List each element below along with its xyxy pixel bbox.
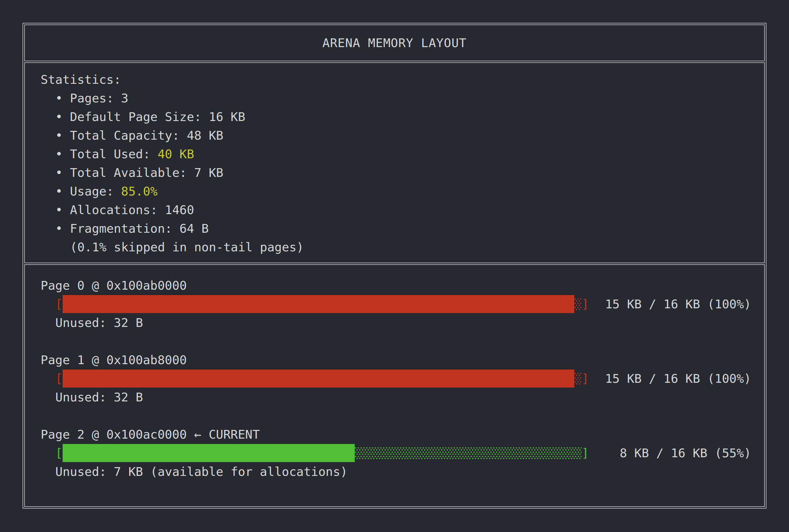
page-section-2: Page 2 @ 0x100ac0000 ← CURRENT [] 8 KB /… bbox=[41, 425, 751, 481]
page-header: Page 0 @ 0x100ab0000 bbox=[41, 276, 751, 295]
stat-line-allocations: • Allocations: 1460 bbox=[41, 201, 751, 219]
pages-panel: Page 0 @ 0x100ab0000 [] 15 KB / 16 KB (1… bbox=[24, 264, 765, 507]
bar-usage-label: 15 KB / 16 KB (100%) bbox=[605, 297, 751, 311]
terminal-screen: { "title": "ARENA MEMORY LAYOUT", "ui": … bbox=[0, 0, 789, 532]
page-section-0: Page 0 @ 0x100ab0000 [] 15 KB / 16 KB (1… bbox=[41, 276, 751, 332]
stat-label: • Usage: bbox=[55, 184, 121, 198]
bar-free-segment bbox=[574, 372, 582, 385]
memory-bar-row: [] 8 KB / 16 KB (55%) bbox=[41, 444, 751, 462]
memory-bar bbox=[63, 295, 582, 313]
title-panel: ARENA MEMORY LAYOUT bbox=[24, 24, 765, 61]
statistics-heading: Statistics: bbox=[41, 70, 751, 89]
stat-value-highlight: 85.0% bbox=[121, 184, 157, 198]
stat-value-highlight: 40 KB bbox=[157, 147, 194, 161]
stat-line-total-available: • Total Available: 7 KB bbox=[41, 163, 751, 182]
memory-bar bbox=[63, 369, 582, 387]
page-title: ARENA MEMORY LAYOUT bbox=[322, 36, 467, 50]
arena-layout-frame: ARENA MEMORY LAYOUT Statistics: • Pages:… bbox=[23, 23, 766, 509]
bar-open-bracket: [ bbox=[55, 297, 63, 311]
statistics-panel: Statistics: • Pages: 3 • Default Page Si… bbox=[24, 62, 765, 263]
bar-open-bracket: [ bbox=[55, 372, 63, 386]
bar-close-bracket: ] bbox=[582, 297, 589, 311]
stat-label: • Total Used: bbox=[55, 147, 157, 161]
stat-line-pages: • Pages: 3 bbox=[41, 89, 751, 108]
page-section-1: Page 1 @ 0x100ab8000 [] 15 KB / 16 KB (1… bbox=[41, 350, 751, 406]
page-unused-label: Unused: 32 B bbox=[41, 388, 751, 406]
stat-label: • Total Capacity: 48 KB bbox=[55, 128, 223, 142]
bar-close-bracket: ] bbox=[582, 372, 589, 386]
page-unused-label: Unused: 32 B bbox=[41, 314, 751, 332]
page-unused-label: Unused: 7 KB (available for allocations) bbox=[41, 462, 751, 481]
stat-line-fragmentation: • Fragmentation: 64 B bbox=[41, 219, 751, 238]
stat-label: • Total Available: 7 KB bbox=[55, 166, 223, 180]
stat-label: • Pages: 3 bbox=[55, 91, 128, 105]
page-header: Page 1 @ 0x100ab8000 bbox=[41, 350, 751, 369]
bar-used-segment bbox=[63, 295, 574, 313]
bar-usage-label: 8 KB / 16 KB (55%) bbox=[620, 446, 751, 460]
stat-label: • Fragmentation: 64 B bbox=[55, 222, 209, 235]
bar-open-bracket: [ bbox=[55, 446, 63, 460]
bar-used-segment bbox=[63, 369, 574, 387]
memory-bar bbox=[63, 444, 582, 462]
page-header: Page 2 @ 0x100ac0000 ← CURRENT bbox=[41, 425, 751, 444]
stat-label: • Default Page Size: 16 KB bbox=[55, 110, 245, 124]
memory-bar-row: [] 15 KB / 16 KB (100%) bbox=[41, 295, 751, 314]
stat-line-usage: • Usage: 85.0% bbox=[41, 182, 751, 201]
stat-line-default-page-size: • Default Page Size: 16 KB bbox=[41, 108, 751, 126]
bar-usage-label: 15 KB / 16 KB (100%) bbox=[605, 372, 751, 386]
stat-label: • Allocations: 1460 bbox=[55, 203, 194, 217]
stat-line-total-used: • Total Used: 40 KB bbox=[41, 145, 751, 163]
bar-free-segment bbox=[355, 446, 582, 459]
memory-bar-row: [] 15 KB / 16 KB (100%) bbox=[41, 369, 751, 388]
fragmentation-note: (0.1% skipped in non-tail pages) bbox=[41, 238, 751, 256]
stat-line-total-capacity: • Total Capacity: 48 KB bbox=[41, 126, 751, 145]
bar-close-bracket: ] bbox=[582, 446, 589, 460]
bar-free-segment bbox=[574, 298, 582, 310]
bar-used-segment bbox=[63, 444, 355, 462]
